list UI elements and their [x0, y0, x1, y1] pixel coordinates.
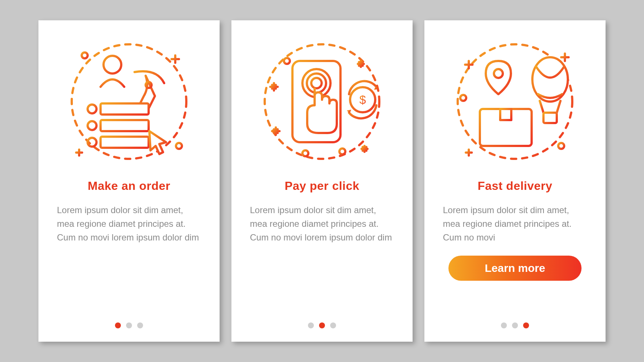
onboarding-card-2: $ Pay per click Lorem ipsum dolor sit di… [231, 20, 413, 342]
svg-point-21 [302, 150, 308, 156]
screen-body: Lorem ipsum dolor sit dim amet, mea regi… [57, 203, 201, 245]
svg-rect-30 [543, 113, 557, 123]
make-order-illustration [57, 35, 201, 168]
svg-point-11 [82, 52, 88, 58]
fast-delivery-illustration [443, 35, 587, 168]
dot-3[interactable] [523, 322, 529, 328]
svg-rect-10 [101, 137, 149, 148]
learn-more-button[interactable]: Learn more [448, 256, 582, 281]
screen-title: Pay per click [285, 179, 359, 193]
screen-body: Lorem ipsum dolor sit dim amet, mea regi… [443, 203, 587, 245]
svg-point-37 [558, 143, 564, 149]
screen-body: Lorem ipsum dolor sit dim amet, mea regi… [250, 203, 394, 247]
dot-2[interactable] [512, 322, 518, 328]
page-dots [424, 322, 606, 328]
dot-2[interactable] [126, 322, 132, 328]
svg-point-3 [88, 105, 96, 113]
svg-point-23 [284, 58, 290, 64]
pay-per-click-illustration: $ [250, 35, 394, 168]
dot-3[interactable] [330, 322, 336, 328]
svg-point-12 [176, 143, 182, 149]
screen-title: Make an order [88, 179, 170, 193]
page-dots [231, 322, 413, 328]
onboarding-card-1: Make an order Lorem ipsum dolor sit dim … [38, 20, 220, 342]
svg-rect-33 [500, 109, 511, 120]
page-dots [38, 322, 220, 328]
svg-line-28 [540, 101, 543, 113]
svg-point-22 [339, 148, 345, 154]
dot-1[interactable] [501, 322, 507, 328]
svg-line-29 [557, 101, 560, 113]
svg-rect-6 [101, 120, 149, 131]
svg-text:$: $ [359, 93, 366, 106]
dot-3[interactable] [137, 322, 143, 328]
dot-1[interactable] [308, 322, 314, 328]
svg-point-38 [460, 95, 466, 101]
screen-title: Fast delivery [478, 179, 552, 193]
onboarding-card-3: Fast delivery Lorem ipsum dolor sit dim … [424, 20, 606, 342]
dot-1[interactable] [115, 322, 121, 328]
svg-rect-4 [101, 103, 149, 115]
svg-point-5 [88, 121, 96, 130]
svg-point-1 [104, 56, 121, 74]
dot-2[interactable] [319, 322, 325, 328]
